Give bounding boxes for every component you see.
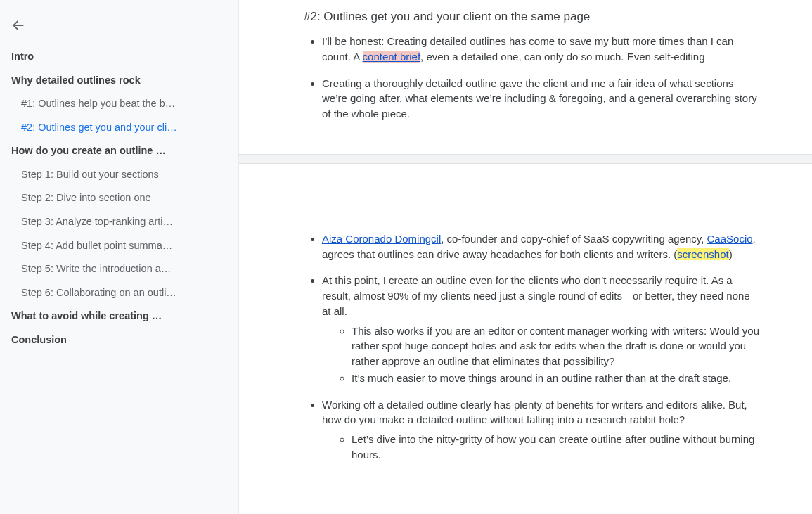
paragraph-1: I’ll be honest: Creating detailed outlin… xyxy=(322,34,759,65)
document-page-2: Aiza Coronado Domingcil, co-founder and … xyxy=(239,164,787,495)
document-page-1: #2: Outlines get you and your client on … xyxy=(239,0,787,154)
page-break xyxy=(239,154,812,164)
outline-item-num2[interactable]: #2: Outlines get you and your cli… xyxy=(0,116,238,140)
body-list: I’ll be honest: Creating detailed outlin… xyxy=(304,34,759,122)
paragraph-2: Creating a thoroughly detailed outline g… xyxy=(322,76,759,122)
outline-list: Intro Why detailed outlines rock #1: Out… xyxy=(0,45,238,352)
p3-end: ) xyxy=(729,248,733,260)
screenshot-link[interactable]: screenshot xyxy=(677,248,728,260)
outline-item-step6[interactable]: Step 6: Collaborating on an outli… xyxy=(0,281,238,305)
p3-mid1: , co-founder and copy-chief of SaaS copy… xyxy=(441,233,707,245)
p4-sub1: This also works if you are an editor or … xyxy=(352,323,759,369)
outline-item-step5[interactable]: Step 5: Write the introduction a… xyxy=(0,257,238,281)
paragraph-5: Working off a detailed outline clearly h… xyxy=(322,397,759,463)
aiza-link[interactable]: Aiza Coronado Domingcil xyxy=(322,233,441,245)
outline-item-num1[interactable]: #1: Outlines help you beat the b… xyxy=(0,92,238,116)
p1-post: , even a detailed one, can only do so mu… xyxy=(420,51,704,63)
outline-sidebar: Intro Why detailed outlines rock #1: Out… xyxy=(0,0,239,514)
outline-item-conclusion[interactable]: Conclusion xyxy=(0,328,238,352)
outline-item-why-detailed[interactable]: Why detailed outlines rock xyxy=(0,69,238,93)
outline-item-what-avoid[interactable]: What to avoid while creating … xyxy=(0,304,238,328)
content-brief-link[interactable]: content brief xyxy=(363,51,421,63)
outline-item-step1[interactable]: Step 1: Build out your sections xyxy=(0,163,238,187)
p4-sub2: It’s much easier to move things around i… xyxy=(352,371,759,386)
outline-item-intro[interactable]: Intro xyxy=(0,45,238,69)
outline-item-step4[interactable]: Step 4: Add bullet point summa… xyxy=(0,234,238,258)
p4-text: At this point, I create an outline even … xyxy=(322,274,750,317)
outline-item-step3[interactable]: Step 3: Analyze top-ranking arti… xyxy=(0,210,238,234)
p5-sub1: Let’s dive into the nitty-gritty of how … xyxy=(352,432,759,463)
outline-item-how-create[interactable]: How do you create an outline … xyxy=(0,139,238,163)
back-arrow-icon[interactable] xyxy=(0,15,25,42)
p5-sublist: Let’s dive into the nitty-gritty of how … xyxy=(322,432,759,463)
body-list-2: Aiza Coronado Domingcil, co-founder and … xyxy=(304,231,759,463)
caasocio-link[interactable]: CaaSocio xyxy=(707,233,753,245)
section-heading: #2: Outlines get you and your client on … xyxy=(304,10,759,24)
paragraph-3: Aiza Coronado Domingcil, co-founder and … xyxy=(322,231,759,262)
p5-text: Working off a detailed outline clearly h… xyxy=(322,399,747,426)
p4-sublist: This also works if you are an editor or … xyxy=(322,323,759,386)
outline-item-step2[interactable]: Step 2: Dive into section one xyxy=(0,186,238,210)
paragraph-4: At this point, I create an outline even … xyxy=(322,273,759,385)
document-main[interactable]: #2: Outlines get you and your client on … xyxy=(239,0,812,514)
